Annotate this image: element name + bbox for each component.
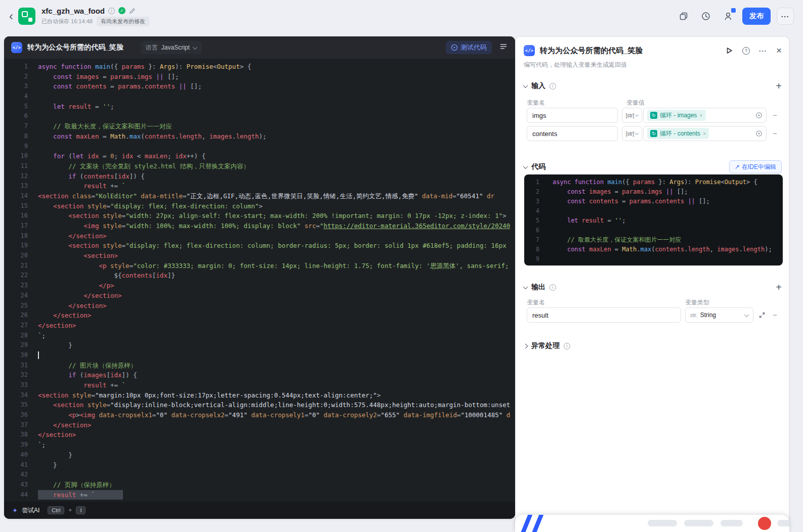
- variable-picker-icon[interactable]: [755, 112, 763, 119]
- input-name-field[interactable]: [527, 108, 618, 123]
- edit-icon[interactable]: [129, 8, 136, 14]
- ref-label: 循环 - contents: [660, 129, 700, 138]
- code-line: 29 }: [4, 340, 515, 350]
- exception-section-header[interactable]: 异常处理 i: [524, 340, 782, 351]
- type-prefix: str.: [690, 312, 698, 318]
- variable-ref-tag[interactable]: ↻ 循环 - images ×: [647, 110, 706, 121]
- topbar: ‹ xfc_gzh_wa_food i ✓ 已自动保存 16:14:48 有尚未…: [0, 0, 803, 32]
- language-select[interactable]: 语言 JavaScript: [141, 41, 202, 54]
- remove-row-button[interactable]: −: [773, 311, 777, 319]
- code-line: 18 </section>: [4, 231, 515, 241]
- variable-picker-icon[interactable]: [755, 130, 763, 137]
- input-value-field[interactable]: ↻ 循环 - images ×: [643, 108, 767, 123]
- code-line: 39`;: [4, 440, 515, 450]
- input-section-header[interactable]: 输入 i +: [524, 80, 782, 92]
- code-line: 10 for (let idx = 0; idx < maxLen; idx++…: [4, 151, 515, 161]
- code-line: 28`;: [4, 331, 515, 341]
- line-number: 44: [4, 490, 28, 500]
- line-number: 18: [4, 231, 28, 241]
- input-type-select[interactable]: [str]: [622, 126, 642, 141]
- type-label: [str]: [626, 113, 635, 118]
- output-name-field[interactable]: [527, 307, 681, 323]
- add-output-button[interactable]: +: [776, 282, 782, 292]
- line-number: 35: [4, 400, 28, 410]
- code-line: 26 </section>: [4, 311, 515, 321]
- line-number: 36: [4, 410, 28, 420]
- line-number: 32: [4, 370, 28, 380]
- code-editor-panel: </> 转为为公众号所需的代码_笑脸 语言 JavaScript 测试代码 1a…: [4, 36, 515, 519]
- code-line: 22 ${contents[idx]}: [4, 271, 515, 281]
- history-icon[interactable]: [698, 8, 714, 24]
- edit-in-ide-label: 在IDE中编辑: [742, 163, 776, 171]
- preview-pill: [648, 520, 677, 526]
- line-number: 40: [4, 450, 28, 460]
- code-line: 32 if (images[idx]) {: [4, 370, 515, 380]
- line-number: 28: [4, 331, 28, 341]
- panel-title: 转为为公众号所需的代码_笑脸: [540, 46, 716, 56]
- code-editor-textarea[interactable]: 1async function main({ params }: Args): …: [4, 59, 515, 502]
- code-line: 14<section class="KolEditor" data-mtitle…: [4, 191, 515, 201]
- code-section-title: 代码: [531, 162, 545, 171]
- add-input-button[interactable]: +: [776, 81, 782, 91]
- expand-icon[interactable]: [758, 312, 766, 321]
- chevron-right-icon: [523, 343, 528, 348]
- line-number: 24: [4, 291, 28, 301]
- code-line: 19 <section style="display: flex; flex-d…: [4, 241, 515, 251]
- output-section-header[interactable]: 输出 i +: [524, 282, 782, 293]
- code-line: 25 </section>: [4, 301, 515, 311]
- code-node-icon: </>: [11, 42, 22, 53]
- line-number: 30: [4, 350, 28, 361]
- app-logo: [18, 8, 35, 25]
- close-icon[interactable]: ×: [776, 45, 782, 56]
- line-number: 6: [4, 111, 28, 121]
- copy-icon[interactable]: [675, 8, 692, 24]
- collaborators-icon[interactable]: [720, 8, 736, 24]
- code-line: 30: [4, 350, 515, 361]
- line-number: 16: [4, 211, 28, 221]
- test-code-button[interactable]: 测试代码: [446, 41, 492, 54]
- output-type-select[interactable]: str. String: [685, 307, 753, 323]
- run-node-button[interactable]: [725, 47, 733, 55]
- code-line: 5 let result = '';: [4, 102, 515, 112]
- remove-ref-icon[interactable]: ×: [699, 112, 702, 118]
- code-preview[interactable]: 1async function main({ params }: Args): …: [524, 174, 783, 265]
- kbd-i: I: [76, 506, 86, 514]
- kbd-ctrl: Ctrl: [48, 506, 64, 514]
- publish-button[interactable]: 发布: [742, 8, 771, 25]
- code-line: 44 result += `: [4, 490, 515, 500]
- node-config-panel: </> 转为为公众号所需的代码_笑脸 ? ··· × 编写代码，处理输入变量来生…: [515, 36, 789, 532]
- code-line: 1async function main({ params }: Args): …: [524, 178, 783, 187]
- code-line: 4: [524, 206, 783, 216]
- code-section-header[interactable]: 代码 ↗ 在IDE中编辑: [524, 161, 782, 172]
- line-number: 5: [524, 216, 539, 226]
- back-button[interactable]: ‹: [9, 10, 13, 22]
- more-button[interactable]: ···: [777, 8, 794, 25]
- floating-preview-window[interactable]: [515, 515, 789, 532]
- info-icon: i: [550, 284, 556, 291]
- help-icon[interactable]: ?: [742, 47, 750, 55]
- outline-list-icon[interactable]: [499, 42, 508, 53]
- col-header-value: 变量值: [626, 99, 645, 107]
- panel-more-icon[interactable]: ···: [759, 47, 767, 55]
- editor-title: 转为为公众号所需的代码_笑脸: [27, 43, 123, 52]
- line-number: 10: [524, 264, 539, 265]
- input-value-field[interactable]: ↻ 循环 - contents ×: [643, 126, 767, 141]
- remove-row-button[interactable]: −: [773, 111, 777, 119]
- edit-in-ide-button[interactable]: ↗ 在IDE中编辑: [729, 160, 782, 173]
- info-icon[interactable]: i: [108, 8, 115, 14]
- code-line: 36 <p><img data-cropselx1="0" data-crops…: [4, 410, 515, 420]
- code-line: 17 <img style="width: 100%; max-width: 1…: [4, 221, 515, 231]
- preview-logo-slash: [520, 515, 533, 532]
- remove-ref-icon[interactable]: ×: [703, 130, 706, 137]
- code-line: 23 </p>: [4, 281, 515, 291]
- panel-header: </> 转为为公众号所需的代码_笑脸 ? ··· ×: [524, 44, 782, 57]
- remove-row-button[interactable]: −: [773, 129, 777, 137]
- code-line: 7 // 取最大长度，保证文案和图片一一对应: [4, 121, 515, 131]
- line-number: 13: [4, 181, 28, 191]
- try-ai-label[interactable]: 尝试AI: [22, 506, 39, 515]
- input-type-select[interactable]: [str]: [622, 108, 642, 123]
- variable-ref-tag[interactable]: ↻ 循环 - contents ×: [647, 128, 709, 139]
- line-number: 3: [4, 81, 28, 92]
- input-name-field[interactable]: [527, 126, 618, 141]
- chevron-down-icon: [192, 45, 197, 50]
